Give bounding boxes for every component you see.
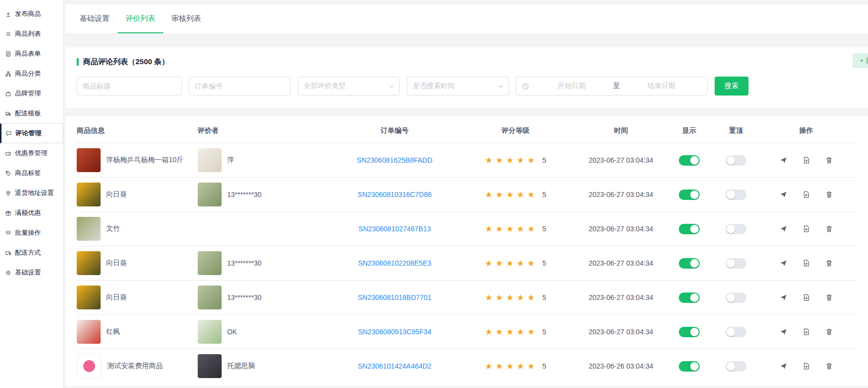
row-actions [763, 156, 853, 164]
top-toggle[interactable] [726, 361, 746, 372]
order-number-link[interactable]: SN2306081625B8FADD [357, 156, 433, 164]
rating-cell: ★★★★★ 5 [459, 328, 576, 336]
trash-icon[interactable] [825, 362, 833, 370]
product-name: 向日葵 [106, 259, 127, 268]
search-button[interactable]: 搜索 [715, 77, 748, 96]
send-icon[interactable] [779, 156, 787, 164]
tab-item[interactable]: 评价列表 [118, 4, 163, 33]
file-add-icon[interactable] [802, 293, 810, 301]
rating-stars[interactable]: ★★★★★ [485, 225, 538, 233]
show-cell [670, 155, 713, 166]
order-number-link[interactable]: SN230608102208E5E3 [358, 259, 431, 267]
rating-stars[interactable]: ★★★★★ [485, 328, 538, 336]
show-toggle[interactable] [679, 292, 700, 303]
sidebar-item[interactable]: 评论管理 [0, 123, 63, 143]
top-toggle[interactable] [726, 258, 746, 269]
trash-icon[interactable] [825, 156, 833, 164]
sidebar-item[interactable]: 配送模板 [0, 103, 63, 123]
sidebar-item[interactable]: 配送方式 [0, 243, 63, 263]
trash-icon[interactable] [825, 328, 833, 336]
file-add-icon[interactable] [802, 191, 810, 198]
sidebar-item[interactable]: 退货地址设置 [0, 183, 63, 203]
send-icon[interactable] [779, 362, 787, 370]
order-number-link[interactable]: SN2306081018BD7701 [358, 293, 432, 301]
top-toggle[interactable] [726, 224, 746, 234]
trash-icon[interactable] [825, 225, 833, 233]
product-name: 向日葵 [106, 293, 127, 302]
column-header: 评价者 [198, 126, 334, 135]
file-add-icon[interactable] [802, 328, 810, 336]
order-cell: SN23060810316C7D86 [334, 191, 459, 198]
top-toggle[interactable] [726, 190, 746, 200]
sidebar-item[interactable]: 优惠券管理 [0, 143, 63, 163]
product-cell: 向日葵 [77, 286, 198, 309]
tab-bar: 基础设置评价列表审核列表 [66, 4, 868, 33]
sidebar-item[interactable]: 满额优惠 [0, 203, 63, 223]
send-icon[interactable] [779, 225, 787, 233]
sidebar-item[interactable]: 商品分类 [0, 64, 63, 84]
show-toggle[interactable] [679, 155, 700, 166]
product-image [77, 183, 101, 206]
send-icon[interactable] [779, 328, 787, 336]
panel-title: 商品评论列表（2500 条） [77, 57, 857, 67]
show-toggle[interactable] [679, 327, 700, 337]
send-icon[interactable] [779, 259, 787, 267]
show-cell [670, 361, 713, 372]
sidebar-item[interactable]: 基础设置 [0, 263, 63, 283]
top-toggle[interactable] [726, 292, 746, 303]
sidebar-item[interactable]: 批量操作 [0, 223, 63, 243]
file-add-icon[interactable] [802, 225, 810, 233]
table-row: 测试安装费用商品 托腮思脑 SN2306101424A464D2 ★★★★★ 5… [77, 349, 857, 383]
rating-stars[interactable]: ★★★★★ [485, 191, 538, 199]
show-toggle[interactable] [679, 224, 700, 234]
table-header: 商品信息评价者订单编号评分等级时间显示置顶操作 [77, 118, 857, 143]
sidebar-item-label: 基础设置 [15, 268, 41, 277]
trash-icon[interactable] [825, 191, 833, 198]
rating-stars[interactable]: ★★★★★ [485, 362, 538, 371]
file-add-icon[interactable] [802, 156, 810, 164]
rating-stars[interactable]: ★★★★★ [485, 293, 538, 302]
reviewer-cell: OK [198, 320, 334, 344]
return-address-icon [5, 190, 11, 196]
reviewer-avatar [198, 354, 222, 378]
file-add-icon[interactable] [802, 362, 810, 370]
show-toggle[interactable] [679, 190, 700, 200]
top-cell [713, 327, 763, 337]
send-icon[interactable] [779, 191, 787, 198]
sidebar-item-label: 品牌管理 [15, 89, 41, 98]
tab-item[interactable]: 审核列表 [163, 4, 209, 33]
top-toggle[interactable] [726, 327, 746, 337]
review-type-select[interactable]: 全部评价类型 [298, 77, 400, 96]
sidebar-item-label: 商品表单 [15, 49, 41, 58]
sidebar-item[interactable]: 发布商品 [0, 4, 63, 24]
clock-icon [522, 83, 529, 90]
trash-icon[interactable] [825, 259, 833, 267]
top-toggle[interactable] [726, 155, 746, 166]
order-no-input[interactable] [189, 77, 291, 96]
new-button[interactable]: + 新增 [853, 53, 868, 68]
product-image [77, 251, 101, 275]
sidebar-item[interactable]: 商品表单 [0, 44, 63, 64]
order-number-link[interactable]: SN2306081027467B13 [359, 225, 431, 233]
row-actions [763, 293, 853, 301]
file-add-icon[interactable] [802, 259, 810, 267]
date-range-picker[interactable]: 开始日期 至 结束日期 [516, 77, 708, 96]
trash-icon[interactable] [825, 293, 833, 301]
order-number-link[interactable]: SN2306101424A464D2 [358, 362, 432, 370]
sidebar-item[interactable]: 品牌管理 [0, 84, 63, 103]
order-number-link[interactable]: SN2306080913C95F34 [358, 328, 431, 336]
show-toggle[interactable] [679, 258, 700, 269]
show-toggle[interactable] [679, 361, 700, 372]
send-icon[interactable] [779, 293, 787, 301]
sidebar-item[interactable]: 商品列表 [0, 24, 63, 44]
rating-stars[interactable]: ★★★★★ [485, 259, 538, 268]
table-row: 向日葵 13*******30 SN23060810316C7D86 ★★★★★… [77, 178, 857, 212]
rating-stars[interactable]: ★★★★★ [485, 156, 538, 165]
order-number-link[interactable]: SN23060810316C7D86 [358, 191, 432, 198]
product-title-input[interactable] [77, 77, 182, 96]
sidebar-item[interactable]: 商品标签 [0, 163, 63, 183]
tab-item[interactable]: 基础设置 [72, 4, 118, 33]
range-separator: 至 [612, 82, 621, 91]
time-search-select[interactable]: 是否搜索时间 [407, 77, 509, 96]
main-content: 基础设置评价列表审核列表 商品评论列表（2500 条） + 新增 全部评价类型 … [64, 0, 868, 388]
